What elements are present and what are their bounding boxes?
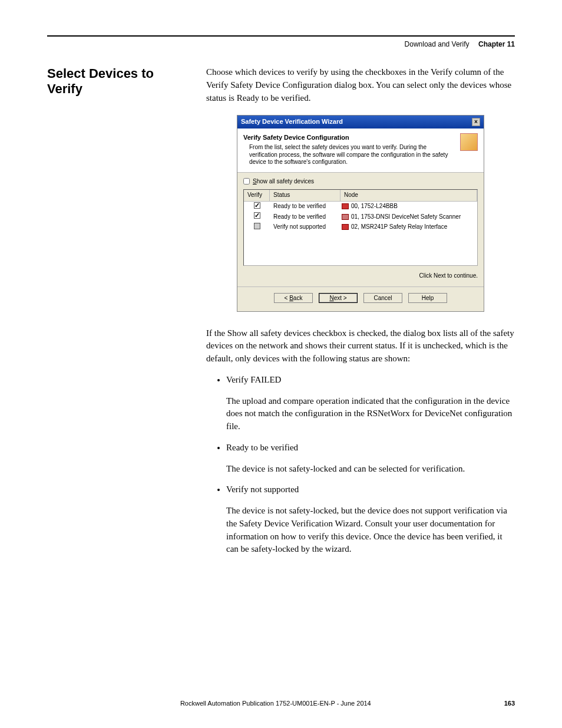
device-table: Verify Status Node Ready to be verified … (243, 189, 478, 266)
verify-checkbox[interactable] (254, 223, 260, 229)
header-chapter: Chapter 11 (478, 40, 515, 48)
section-heading: Select Devices to Verify (47, 66, 189, 97)
verification-wizard-dialog: Safety Device Verification Wizard × Veri… (237, 115, 484, 311)
row-node: 01, 1753-DNSI DeviceNet Safety Scanner (351, 213, 461, 222)
device-icon (342, 214, 349, 220)
help-button[interactable]: Help (408, 293, 447, 303)
page-footer: Rockwell Automation Publication 1752-UM0… (47, 700, 515, 707)
paragraph-2: If the Show all safety devices checkbox … (206, 327, 515, 365)
status-list: Verify FAILED The upload and compare ope… (206, 374, 515, 556)
table-row[interactable]: Ready to be verified 01, 1753-DNSI Devic… (244, 212, 477, 222)
next-button[interactable]: Next > (319, 293, 358, 303)
verify-checkbox[interactable] (254, 202, 260, 209)
close-icon[interactable]: × (472, 118, 480, 126)
table-row[interactable]: Verify not supported 02, MSR241P Safety … (244, 222, 477, 233)
list-item: Ready to be verified The device is not s… (226, 442, 515, 476)
status-title: Ready to be verified (226, 442, 515, 454)
wizard-icon (460, 133, 478, 151)
device-table-header: Verify Status Node (244, 190, 477, 202)
dialog-banner-title: Verify Safety Device Configuration (243, 133, 455, 143)
row-node: 02, MSR241P Safety Relay Interface (351, 223, 447, 232)
list-item: Verify not supported The device is not s… (226, 483, 515, 556)
row-node: 00, 1752-L24BBB (351, 202, 398, 211)
dialog-title: Safety Device Verification Wizard (241, 117, 343, 127)
intro-paragraph: Choose which devices to verify by using … (206, 66, 515, 104)
status-title: Verify FAILED (226, 374, 515, 387)
dialog-titlebar: Safety Device Verification Wizard × (237, 116, 484, 129)
status-desc: The upload and compare operation indicat… (226, 395, 515, 433)
publication-info: Rockwell Automation Publication 1752-UM0… (47, 700, 504, 707)
header-section: Download and Verify (405, 40, 470, 48)
verify-checkbox[interactable] (254, 212, 260, 219)
back-button[interactable]: < Back (274, 293, 313, 303)
device-icon (342, 224, 349, 230)
status-desc: The device is not safety-locked, but the… (226, 505, 515, 556)
col-status[interactable]: Status (270, 190, 340, 201)
row-status: Ready to be verified (270, 202, 340, 211)
list-item: Verify FAILED The upload and compare ope… (226, 374, 515, 433)
col-verify[interactable]: Verify (244, 190, 270, 201)
row-status: Ready to be verified (270, 213, 340, 222)
running-header: Download and Verify Chapter 11 (47, 40, 515, 48)
table-row[interactable]: Ready to be verified 00, 1752-L24BBB (244, 202, 477, 212)
dialog-buttons: < Back Next > Cancel Help (237, 286, 484, 311)
dialog-banner: Verify Safety Device Configuration From … (237, 129, 484, 172)
show-all-input[interactable] (243, 178, 250, 185)
status-desc: The device is not safety-locked and can … (226, 463, 515, 476)
show-all-checkbox[interactable]: Show all safety devices (243, 177, 478, 186)
device-icon (342, 203, 349, 209)
row-status: Verify not supported (270, 223, 340, 232)
cancel-button[interactable]: Cancel (363, 293, 402, 303)
status-title: Verify not supported (226, 483, 515, 496)
col-node[interactable]: Node (340, 190, 477, 201)
dialog-hint: Click Next to continue. (237, 269, 484, 286)
dialog-banner-desc: From the list, select the safety devices… (243, 144, 455, 166)
page-number: 163 (504, 700, 515, 707)
show-all-label: Show all safety devices (253, 177, 314, 186)
